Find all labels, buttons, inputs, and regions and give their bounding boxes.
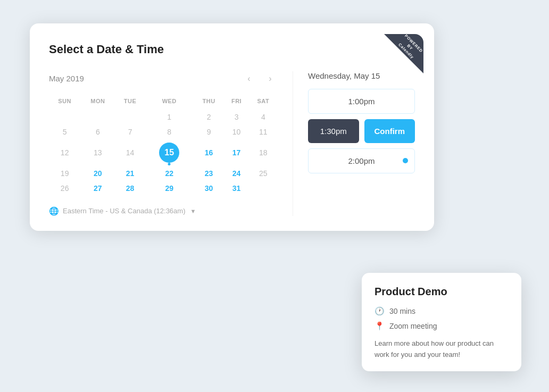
confirm-button[interactable]: Confirm [364,119,415,143]
calendar-day[interactable]: 31 [224,181,249,196]
calendar-section: May 2019 ‹ › SUN MON TUE WED THU [49,71,278,216]
product-demo-card: Product Demo 🕐 30 mins 📍 Zoom meeting Le… [362,273,521,371]
calendar-grid: SUN MON TUE WED THU FRI SAT 123456789101… [49,96,278,196]
calendar-day[interactable]: 22 [145,166,194,181]
calendar-day[interactable]: 29 [145,181,194,196]
col-thu: THU [194,96,224,110]
duration-row: 🕐 30 mins [375,306,509,316]
calendar-day: 14 [115,139,145,166]
calendar-day[interactable]: 28 [115,181,145,196]
calendar-day: 26 [49,181,80,196]
timezone-caret-icon: ▼ [190,208,196,214]
time-dot-indicator [403,158,408,163]
calendar-day: 9 [194,124,224,139]
col-wed: WED [145,96,194,110]
calendar-day: 8 [145,124,194,139]
calendar-day: 3 [224,110,249,124]
product-description: Learn more about how our product can wor… [375,338,509,361]
calendar-day: 6 [80,124,115,139]
time-slot-1pm[interactable]: 1:00pm [308,89,415,114]
calendar-day[interactable]: 23 [194,166,224,181]
calendar-day[interactable]: 20 [80,166,115,181]
calendar-day: 7 [115,124,145,139]
calendar-day [80,110,115,124]
location-icon: 📍 [375,321,384,331]
prev-month-button[interactable]: ‹ [242,71,256,86]
next-month-button[interactable]: › [263,71,278,86]
calendar-day: 19 [49,166,80,181]
time-slot-2pm[interactable]: 2:00pm [308,148,415,173]
time-slot-selected-row: 1:30pm Confirm [308,119,415,143]
col-tue: TUE [115,96,145,110]
calendar-day: 12 [49,139,80,166]
location-label: Zoom meeting [389,322,437,330]
calendar-day: 2 [194,110,224,124]
calendar-day: 11 [249,124,278,139]
calendar-day[interactable]: 30 [194,181,224,196]
col-mon: MON [80,96,115,110]
timezone-label: Eastern Time - US & Canada (12:36am) [63,207,186,215]
calendar-day[interactable]: 21 [115,166,145,181]
calendar-day: 5 [49,124,80,139]
time-slots-section: Wednesday, May 15 1:00pm 1:30pm Confirm … [308,71,415,216]
calendar-day[interactable]: 17 [224,139,249,166]
timezone-selector[interactable]: 🌐 Eastern Time - US & Canada (12:36am) ▼ [49,206,278,216]
col-fri: FRI [224,96,249,110]
calendar-day[interactable]: 15 [145,139,194,166]
calendar-divider [293,71,293,216]
col-sun: SUN [49,96,80,110]
col-sat: SAT [249,96,278,110]
calendar-day: 1 [145,110,194,124]
calendar-day: 18 [249,139,278,166]
product-meta-list: 🕐 30 mins 📍 Zoom meeting [375,306,509,331]
calendar-card: POWEREDBYCalendly Select a Date & Time M… [30,23,434,231]
time-slot-2pm-label: 2:00pm [348,156,375,165]
powered-by-badge: POWEREDBYCalendly [384,34,423,73]
clock-icon: 🕐 [375,306,384,316]
duration-label: 30 mins [389,307,415,315]
calendar-day[interactable]: 27 [80,181,115,196]
calendar-day [249,181,278,196]
page-title: Select a Date & Time [49,43,415,56]
calendar-day: 10 [224,124,249,139]
product-demo-title: Product Demo [375,286,509,298]
calendar-day [115,110,145,124]
calendar-day: 13 [80,139,115,166]
calendar-day[interactable]: 16 [194,139,224,166]
calendar-day: 25 [249,166,278,181]
calendar-day[interactable]: 24 [224,166,249,181]
calendar-month-year: May 2019 [49,74,242,83]
calendar-day: 4 [249,110,278,124]
globe-icon: 🌐 [49,206,59,216]
calendar-day [49,110,80,124]
time-slot-1-30pm-button[interactable]: 1:30pm [308,119,359,143]
location-row: 📍 Zoom meeting [375,321,509,331]
